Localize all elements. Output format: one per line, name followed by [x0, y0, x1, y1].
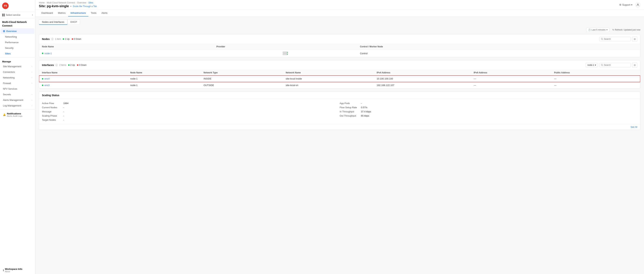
svg-point-0 [637, 4, 638, 5]
if-name-link-0[interactable]: ens4 [44, 77, 50, 80]
interfaces-section: Interfaces i 2 items 2 Up 0 Down [39, 60, 640, 88]
sidebar-item-secrets-chevron: › [32, 94, 32, 96]
interfaces-title: Interfaces i 2 items [42, 64, 66, 66]
nodes-settings-icon[interactable]: ⚙ [632, 36, 637, 42]
if-name-link-1[interactable]: ens3 [44, 84, 50, 86]
user-icon-button[interactable] [635, 2, 640, 8]
if-status-dot-0 [42, 78, 43, 80]
service-selector[interactable]: Select service ▾ [0, 12, 35, 18]
sidebar-item-notifications[interactable]: 🔔 Notifications Alerts, Audit Logs [1, 111, 34, 118]
page-title: Site: pg-kvm-single [39, 4, 69, 8]
sidebar: F5 Select service ▾ Multi-Cloud Network … [0, 0, 35, 274]
tab-dashboard[interactable]: Dashboard [39, 10, 56, 16]
if-public-cell-0: — [551, 76, 640, 82]
svg-point-6 [601, 64, 602, 66]
if-down-dot [77, 64, 78, 66]
refresh-button[interactable]: ↻ Refresh: Updated just now [612, 28, 640, 31]
nodes-search-input[interactable] [604, 38, 629, 40]
sidebar-item-networking-manage-chevron: › [32, 77, 32, 78]
time-chevron: ▾ [606, 28, 608, 31]
see-all-button[interactable]: See All [39, 124, 640, 130]
main-content: Home › Multi-Cloud Network Connect › Ove… [35, 0, 644, 274]
node-selector-dropdown[interactable]: node-1 ▾ [586, 63, 598, 67]
product-title: Multi-Cloud Network Connect [2, 20, 33, 28]
if-col-public: Public Address [551, 70, 640, 76]
interfaces-section-header: Interfaces i 2 items 2 Up 0 Down [39, 60, 640, 70]
sidebar-item-networking-manage[interactable]: Networking › [1, 75, 34, 80]
nav-tabs: Dashboard Metrics Infrastructure Tools A… [35, 10, 644, 16]
scaling-right: App Pods - Flow Setup Rate 0.57/s In Thr… [340, 102, 638, 121]
scaling-section: Scaling Status Active Flow 1884 Current … [39, 92, 640, 130]
sidebar-item-performance[interactable]: Performance [1, 40, 34, 45]
interfaces-search-box[interactable] [599, 63, 631, 67]
sidebar-item-secrets[interactable]: Secrets › [1, 92, 34, 97]
service-selector-chevron: ▾ [32, 14, 33, 16]
scaling-grid: Active Flow 1884 Current Nodes - Message… [39, 99, 640, 124]
nodes-search-icon [601, 38, 603, 40]
manage-section-title: Manage [0, 59, 35, 64]
breadcrumb-sites[interactable]: Sites [88, 2, 93, 4]
sidebar-item-workspace-info[interactable]: ℹ Workspace Info About [1, 266, 34, 274]
if-col-name: Interface Name [39, 70, 128, 76]
down-dot [72, 38, 73, 40]
node-control-cell: Control [357, 50, 640, 57]
sidebar-item-alerts-management[interactable]: Alerts Management › [1, 98, 34, 103]
tab-metrics[interactable]: Metrics [56, 10, 68, 16]
interfaces-count: 2 items [59, 64, 66, 66]
provider-icon [216, 51, 354, 55]
subtab-dhcp[interactable]: DHCP [68, 19, 80, 25]
scaling-item-scaling-phase: Scaling Phase - [42, 114, 340, 117]
if-ipv4-cell-0: 10.100.100.100 [374, 76, 471, 82]
sidebar-logo: F5 [0, 0, 35, 12]
interfaces-settings-icon[interactable]: ⚙ [632, 62, 637, 68]
nodes-info-icon[interactable]: i [51, 38, 54, 40]
breadcrumb-mcnc[interactable]: Multi-Cloud Network Connect [47, 2, 75, 4]
sidebar-item-firewall[interactable]: Firewall › [1, 80, 34, 86]
sidebar-item-connectors[interactable]: Connectors › [1, 70, 34, 75]
support-button[interactable]: ⚙ Support ▾ [619, 4, 632, 6]
if-netname-cell-0: site-local-inside [283, 76, 374, 82]
scaling-item-current-nodes: Current Nodes - [42, 106, 340, 109]
interfaces-search-icon [601, 64, 603, 66]
sidebar-item-nfv-services[interactable]: NFV Services [1, 86, 34, 92]
nodes-search-box[interactable] [599, 37, 631, 41]
interfaces-info-icon[interactable]: i [55, 64, 58, 66]
node-name-link[interactable]: node-1 [44, 52, 52, 55]
if-col-network-name: Network Name [283, 70, 374, 76]
node-status-dot [42, 52, 43, 54]
scaling-item-active-flow: Active Flow 1884 [42, 102, 340, 105]
nodes-count: 1 item [55, 38, 61, 40]
sidebar-item-site-management[interactable]: Site Management › [1, 64, 34, 69]
up-dot [63, 38, 64, 40]
breadcrumb-home[interactable]: Home [39, 2, 45, 4]
if-ipv6-cell-0: — [471, 76, 551, 82]
guide-link-button[interactable]: Guide Me Through a Tab [73, 5, 97, 8]
grid-icon [2, 14, 5, 16]
nodes-col-control: Control / Worker Node [357, 44, 640, 50]
if-col-network-type: Network Type [201, 70, 283, 76]
interfaces-controls: node-1 ▾ ⚙ [586, 62, 637, 68]
page-title-dropdown[interactable]: ▾ [70, 5, 71, 8]
refresh-icon: ↻ [612, 28, 614, 31]
svg-point-5 [287, 54, 288, 54]
scaling-section-header: Scaling Status [39, 92, 640, 99]
tab-tools[interactable]: Tools [88, 10, 99, 16]
tab-infrastructure[interactable]: Infrastructure [68, 10, 88, 16]
tab-alerts[interactable]: Alerts [99, 10, 110, 16]
sidebar-item-security[interactable]: Security [1, 45, 34, 50]
sidebar-item-overview[interactable]: ⊞ Overview [1, 28, 34, 34]
overview-icon: ⊞ [3, 30, 5, 32]
bell-icon: 🔔 [3, 113, 6, 116]
sidebar-item-log-management[interactable]: Log Management › [1, 103, 34, 108]
clock-icon: 🕐 [588, 28, 591, 31]
breadcrumb-overview[interactable]: Overview [77, 2, 86, 4]
sidebar-item-sites[interactable]: Sites [1, 51, 34, 56]
time-selector[interactable]: 🕐 Last 5 minutes ▾ [586, 28, 610, 32]
interfaces-search-input[interactable] [604, 64, 629, 66]
scaling-item-out-throughput: Out Throughput 65 kbps [340, 114, 638, 117]
sidebar-item-log-management-chevron: › [32, 105, 32, 107]
if-col-ipv4: IPv4 Address [374, 70, 471, 76]
sidebar-item-networking[interactable]: Networking [1, 34, 34, 40]
support-icon: ⚙ [619, 4, 622, 6]
subtab-nodes-interfaces[interactable]: Nodes and Interfaces [39, 19, 68, 25]
